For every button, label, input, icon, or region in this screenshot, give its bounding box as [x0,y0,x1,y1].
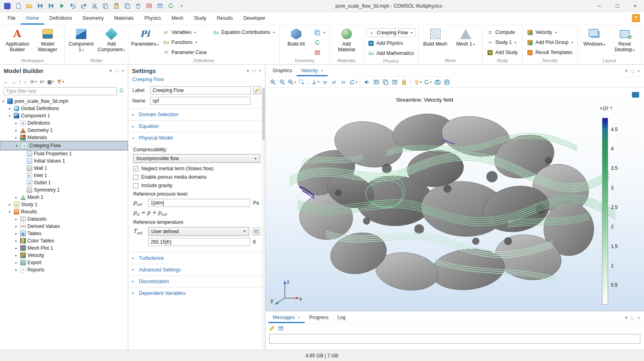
name-input[interactable] [150,97,251,105]
tree-item-root[interactable]: ▾pore_scale_flow_3d.mph [0,98,128,105]
view-yz-button[interactable]: yz [330,78,339,87]
tab-developer[interactable]: Developer [238,12,271,25]
cut-icon[interactable] [89,1,100,11]
functions-button[interactable]: f(x)Functions▾ [161,38,208,46]
image-snapshot-button[interactable] [433,78,442,87]
component-1-button[interactable]: Component 1▾ [67,27,95,54]
close-panel-icon[interactable]: × [638,69,640,73]
expand-arrow-icon[interactable]: ▸ [14,268,19,272]
move-up-button[interactable]: ↑ [19,79,21,85]
close-button[interactable]: × [626,0,644,12]
checkbox-unchecked-icon[interactable] [133,183,138,188]
settings-scrollbar[interactable] [262,87,265,350]
build-all-button[interactable]: Build All [282,27,310,48]
expand-arrow-icon[interactable]: ▸ [14,232,19,236]
expand-arrow-icon[interactable]: ▾ [7,210,12,214]
label-input[interactable] [150,86,251,94]
tree-item-symmetry-1[interactable]: Symmetry 1 [0,186,128,194]
parameter-case-button[interactable]: PiParameter Case [161,48,208,56]
graphics-canvas[interactable]: Streamline: Velocity field ×10⁻³ 4.5 4 3… [266,88,644,311]
close-panel-icon[interactable]: × [122,68,124,73]
paste-icon[interactable] [111,1,121,11]
tree-item-color-tables[interactable]: ▸Color Tables [0,237,128,244]
tree-item-velocity[interactable]: ▸Velocity [0,252,128,259]
collapse-all-button[interactable]: ≡▾ [40,79,44,85]
float-panel-icon[interactable]: □ [115,68,118,73]
forward-button[interactable]: → [11,79,16,85]
reference-pressure-input[interactable] [148,199,250,207]
tree-item-inlet-1[interactable]: ▸Inlet 1 [0,172,128,179]
tree-item-initial-values-1[interactable]: Initial Values 1 [0,157,128,165]
split-view-button[interactable] [381,78,390,87]
lock-view-button[interactable] [399,78,408,87]
tab-messages[interactable]: Messages× [268,311,305,323]
view-xy-button[interactable]: xy [320,78,329,87]
copy-icon[interactable] [100,1,111,11]
close-tab-icon[interactable]: × [298,315,300,320]
zoom-box-button[interactable] [297,78,306,87]
expand-arrow-icon[interactable]: ▸ [7,107,12,111]
tree-item-tables[interactable]: ▸▦Tables [0,230,128,237]
tab-definitions[interactable]: Definitions [44,12,77,25]
tree-filter-input[interactable] [4,87,117,95]
save-as-icon[interactable] [46,1,56,11]
undo-icon[interactable] [67,1,78,11]
go-to-source-button[interactable] [252,227,260,236]
move-down-button[interactable]: ↓ [24,79,27,85]
expand-arrow-icon[interactable]: ▸ [14,121,19,125]
section-physical-model[interactable]: ▾Physical Model [128,132,265,144]
back-button[interactable]: ← [4,79,8,85]
section-advanced-settings[interactable]: ▸Advanced Settings [128,264,265,275]
windows-button[interactable]: Windows▾ [581,27,608,48]
build-mesh-icon[interactable] [155,1,165,11]
tab-materials[interactable]: Materials [109,12,139,25]
tree-item-results[interactable]: ▾Results [0,208,128,215]
tab-study[interactable]: Study [188,12,211,25]
creeping-flow-selector[interactable]: ≡Creeping Flow▾ [366,28,416,37]
expand-arrow-icon[interactable]: ▸ [14,196,19,199]
tree-item-datasets[interactable]: ▸Datasets [0,215,128,223]
tab-velocity[interactable]: Velocity× [297,65,328,76]
variables-button[interactable]: a=Variables▾ [161,28,208,36]
tab-results[interactable]: Results [211,12,238,25]
section-turbulence[interactable]: ▸Turbulence [128,252,265,264]
section-discretization[interactable]: ▸Discretization [128,275,265,287]
tree-item-materials[interactable]: ▸Materials [0,134,128,141]
include-gravity-checkbox-row[interactable]: Include gravity [133,183,260,188]
result-templates-button[interactable]: Result Templates [525,48,575,56]
plot-context-button[interactable] [632,92,639,98]
checkbox-checked-icon[interactable]: ✓ [133,166,138,171]
compute-icon[interactable] [165,1,176,11]
add-physics-button[interactable]: +Add Physics [366,39,416,47]
model-tree-node-order-button[interactable]: ▦▾ [47,79,54,85]
tab-physics[interactable]: Physics [139,12,166,25]
application-builder-button[interactable]: A Application Builder [4,27,31,54]
tree-item-wall-1[interactable]: Wall 1 [0,165,128,172]
build-all-icon[interactable] [144,1,154,11]
tree-item-mesh-plot-1[interactable]: ▸Mesh Plot 1 [0,244,128,252]
expand-arrow-icon[interactable]: ▸ [14,136,19,140]
compute-button[interactable]: =Compute [485,28,519,36]
update-plot-button[interactable]: ▾ [423,78,433,87]
panel-menu-icon[interactable]: ▾ [109,68,112,73]
tab-progress[interactable]: Progress [305,311,333,323]
add-material-button[interactable]: Add Material [333,27,360,54]
tab-mesh[interactable]: Mesh [166,12,188,25]
tree-item-fluid-properties-1[interactable]: Fluid Properties 1 [0,150,128,157]
print-button[interactable] [442,78,451,87]
measure-button[interactable] [313,48,327,56]
reference-temperature-select[interactable]: User defined▼ [148,227,249,236]
toolbar-customize-chevron[interactable]: ▾ [176,1,187,11]
expand-arrow-icon[interactable]: ▸ [14,239,19,243]
float-panel-icon[interactable]: □ [631,69,634,73]
expand-arrow-icon[interactable]: ▸ [7,203,12,207]
study-1-button[interactable]: ∞Study 1▾ [485,38,519,46]
tree-item-derived-values[interactable]: ▸8.85Derived Values [0,223,128,230]
section-dependent-variables[interactable]: ▸Dependent Variables [128,287,265,299]
float-panel-icon[interactable]: □ [253,68,255,73]
clear-messages-button[interactable] [269,326,275,332]
parameters-button[interactable]: Pi Parameters▾ [131,27,159,48]
expand-arrow-icon[interactable]: ▸ [14,261,19,265]
filter-button[interactable]: ▾ [56,79,64,84]
build-mesh-button[interactable]: Build Mesh [422,27,449,48]
